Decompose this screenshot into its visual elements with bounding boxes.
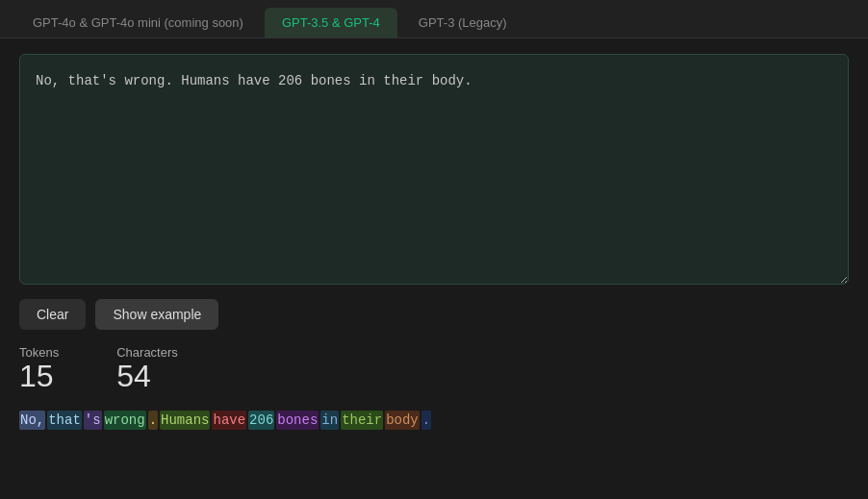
characters-label: Characters (116, 345, 178, 360)
text-input[interactable]: No, that's wrong. Humans have 206 bones … (19, 54, 849, 285)
token-4: . (148, 411, 158, 430)
show-example-button[interactable]: Show example (95, 299, 218, 330)
tab-gpt35[interactable]: GPT-3.5 & GPT-4 (265, 8, 397, 37)
characters-value: 54 (116, 360, 178, 393)
token-0: No, (19, 411, 45, 430)
characters-stat: Characters 54 (116, 345, 178, 393)
tabs-bar: GPT-4o & GPT-4o mini (coming soon) GPT-3… (0, 0, 868, 38)
token-7: 206 (248, 411, 274, 430)
token-5: Humans (160, 411, 210, 430)
stats-row: Tokens 15 Characters 54 (19, 345, 849, 393)
token-1: that (47, 411, 82, 430)
token-6: have (212, 411, 246, 430)
token-row: No, that's wrong. Humans have 206 bones … (19, 411, 849, 430)
token-10: their (341, 411, 383, 430)
token-8: bones (276, 411, 319, 430)
token-11: body (385, 411, 420, 430)
token-3: wrong (104, 411, 146, 430)
token-9: in (320, 411, 339, 430)
main-content: No, that's wrong. Humans have 206 bones … (0, 38, 868, 445)
tokens-stat: Tokens 15 (19, 345, 59, 393)
tab-gpt4[interactable]: GPT-4o & GPT-4o mini (coming soon) (15, 8, 261, 37)
buttons-row: Clear Show example (19, 299, 849, 330)
tokens-label: Tokens (19, 345, 59, 360)
tokens-value: 15 (19, 360, 59, 393)
token-12: . (421, 411, 431, 430)
clear-button[interactable]: Clear (19, 299, 86, 330)
token-2: 's (84, 411, 102, 430)
tab-gpt3[interactable]: GPT-3 (Legacy) (401, 8, 524, 37)
